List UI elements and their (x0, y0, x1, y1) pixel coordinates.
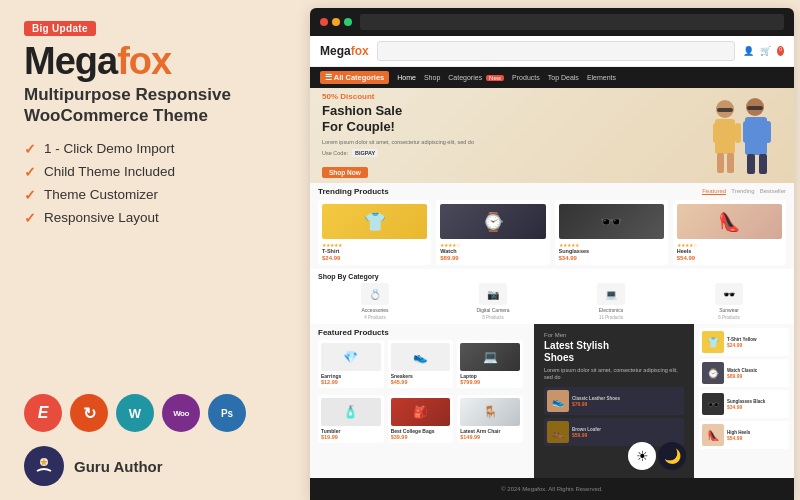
sun-icon: ☀ (636, 448, 649, 464)
product-card-1: 👕 ★★★★★ T-Shirt $24.99 (318, 200, 431, 265)
store-logo-fox: fox (351, 44, 369, 58)
cart-count: 0 (777, 46, 784, 56)
feat-img-4: 🧴 (321, 398, 381, 426)
shoes-banner: For Men Latest Stylish Shoes Lorem ipsum… (534, 324, 694, 478)
sunwear-icon: 🕶️ (715, 283, 743, 305)
nav-home[interactable]: Home (397, 74, 416, 81)
category-electronics[interactable]: 💻 Electronics 11 Products (554, 283, 668, 320)
svg-rect-5 (735, 123, 741, 143)
store-search-bar[interactable] (377, 41, 736, 61)
shoes-description: Lorem ipsum dolor sit amet, consectetur … (544, 367, 684, 381)
sunwear-count: 6 Products (718, 315, 740, 320)
strip-price-r2: $89.99 (727, 373, 786, 379)
category-sunwear[interactable]: 🕶️ Sunwear 6 Products (672, 283, 786, 320)
product-price-4: $54.99 (677, 255, 782, 261)
dot-close (320, 18, 328, 26)
trending-title: Trending Products (318, 187, 389, 196)
check-icon-1: ✓ (24, 141, 36, 157)
elementor-icon: E (24, 394, 62, 432)
feature-label-3: Theme Customizer (44, 187, 158, 202)
store-logo-mega: Mega (320, 44, 351, 58)
electronics-icon: 💻 (597, 283, 625, 305)
left-panel: Big Update Mega fox Multipurpose Respons… (0, 0, 310, 500)
dot-minimize (332, 18, 340, 26)
browser-wrapper: Mega fox 👤 🛒 0 ☰ All Categories Home Sho… (310, 8, 794, 500)
product-img-4: 👠 (677, 204, 782, 239)
bottom-section: E ↻ W Woo Ps Guru Author (24, 394, 286, 486)
strip-info-r3: Sunglasses Black $34.99 (727, 399, 786, 410)
feat-price-5: $39.99 (391, 434, 451, 440)
shoes-for-men: For Men (544, 332, 684, 338)
section-tabs: Featured Trending Bestseller (702, 188, 786, 195)
product-price-3: $34.99 (559, 255, 664, 261)
hero-title-line1: Fashion Sale (322, 103, 402, 118)
footer-bar: © 2024 Megafox. All Rights Reserved. (310, 478, 794, 500)
feature-label-4: Responsive Layout (44, 210, 159, 225)
nav-shop[interactable]: Shop (424, 74, 440, 81)
strip-info-r4: High Heels $54.99 (727, 430, 786, 441)
nav-elements[interactable]: Elements (587, 74, 616, 81)
category-grid: 💍 Accessories 4 Products 📷 Digital Camer… (318, 283, 786, 320)
coupon-label: Use Code: (322, 150, 348, 156)
trending-section: Trending Products Featured Trending Best… (318, 187, 786, 265)
shoes-title-line1: Latest Stylish (544, 340, 609, 351)
strip-shoe-img-2: 👞 (547, 421, 569, 443)
shoes-banner-title: Latest Stylish Shoes (544, 340, 684, 364)
photoshop-icon: Ps (208, 394, 246, 432)
strip-info-r2: Watch Classic $89.99 (727, 368, 786, 379)
store-header: Mega fox 👤 🛒 0 (310, 36, 794, 67)
product-name-4: Heels (677, 248, 782, 254)
svg-rect-7 (727, 153, 734, 173)
trending-grid: 👕 ★★★★★ T-Shirt $24.99 ⌚ ★★★★☆ Watch $89… (318, 200, 786, 265)
feat-price-6: $149.99 (460, 434, 520, 440)
store-icons: 👤 🛒 0 (743, 46, 784, 56)
coupon-code: BIGPAY (352, 149, 378, 157)
big-update-badge: Big Update (24, 21, 96, 36)
strip-img-r3: 🕶️ (702, 393, 724, 415)
refresh-icon: ↻ (70, 394, 108, 432)
product-img-3: 🕶️ (559, 204, 664, 239)
strip-card-r1: 👕 T-Shirt Yellow $24.99 (699, 328, 789, 356)
strip-info-r1: T-Shirt Yellow $24.99 (727, 337, 786, 348)
hero-cta-button[interactable]: Shop Now (322, 167, 368, 178)
logo-fox: fox (117, 42, 171, 80)
product-img-1: 👕 (322, 204, 427, 239)
tab-bestseller[interactable]: Bestseller (760, 188, 786, 195)
dark-mode-toggle[interactable]: ☀ 🌙 (628, 442, 686, 470)
strip-price-r4: $54.99 (727, 435, 786, 441)
strip-card-r2: ⌚ Watch Classic $89.99 (699, 359, 789, 387)
accessories-count: 4 Products (364, 315, 386, 320)
shoes-products: 👟 Classic Leather Shoes $79.99 👞 Brown L… (544, 387, 684, 446)
toggle-light-button[interactable]: ☀ (628, 442, 656, 470)
camera-icon: 📷 (479, 283, 507, 305)
feat-price-1: $12.99 (321, 379, 381, 385)
strip-price-r1: $24.99 (727, 342, 786, 348)
hero-description: Lorem ipsum dolor sit amet, consectetur … (322, 139, 697, 145)
category-camera[interactable]: 📷 Digital Camera 8 Products (436, 283, 550, 320)
woocommerce-icon: Woo (162, 394, 200, 432)
hero-title: Fashion Sale For Couple! (322, 103, 697, 134)
category-title: Shop By Category (318, 273, 786, 280)
product-card-2: ⌚ ★★★★☆ Watch $89.99 (436, 200, 549, 265)
tab-trending[interactable]: Trending (731, 188, 754, 195)
electronics-count: 11 Products (599, 315, 623, 320)
dot-maximize (344, 18, 352, 26)
nav-products[interactable]: Products (512, 74, 540, 81)
main-area: 50% Discount Fashion Sale For Couple! Lo… (310, 88, 794, 500)
tech-icons-row: E ↻ W Woo Ps (24, 394, 286, 432)
electronics-label: Electronics (599, 307, 623, 313)
product-name-2: Watch (440, 248, 545, 254)
toggle-dark-button[interactable]: 🌙 (658, 442, 686, 470)
nav-all-categories[interactable]: ☰ All Categories (320, 71, 389, 84)
nav-categories[interactable]: Categories New (448, 74, 504, 81)
feature-item-4: ✓ Responsive Layout (24, 210, 286, 226)
category-accessories[interactable]: 💍 Accessories 4 Products (318, 283, 432, 320)
hero-text-area: 50% Discount Fashion Sale For Couple! Lo… (322, 92, 697, 178)
tab-featured[interactable]: Featured (702, 188, 726, 195)
svg-rect-11 (765, 121, 771, 143)
accessories-label: Accessories (362, 307, 389, 313)
nav-top-deals[interactable]: Top Deals (548, 74, 579, 81)
shoes-title-line2: Shoes (544, 352, 574, 363)
feature-label-2: Child Theme Included (44, 164, 175, 179)
account-icon: 👤 (743, 46, 754, 56)
